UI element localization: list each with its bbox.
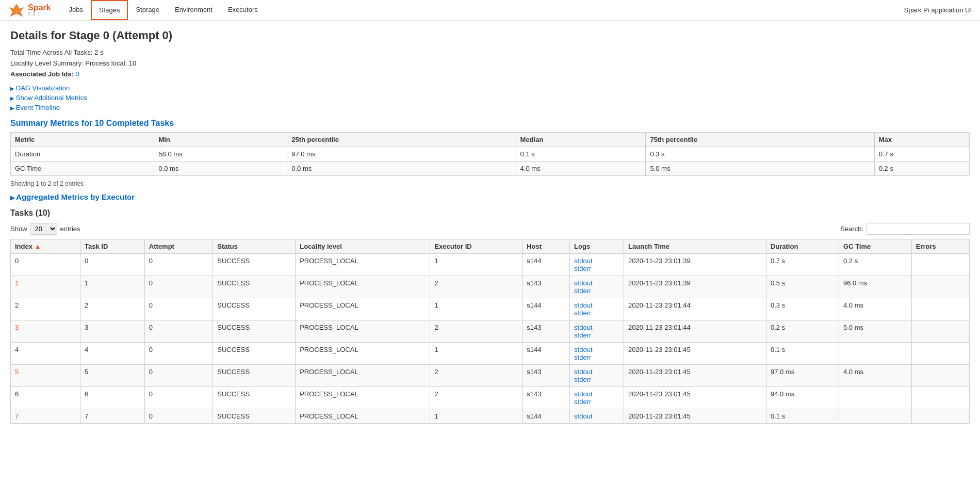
- table-cell: 1: [430, 254, 522, 276]
- locality: PROCESS_LOCAL: [300, 368, 358, 376]
- table-cell: 0: [144, 365, 213, 387]
- table-cell: s144: [522, 298, 570, 320]
- summary-header-row: MetricMin25th percentileMedian75th perce…: [11, 133, 970, 147]
- log-stdout-link[interactable]: stdout: [574, 301, 619, 309]
- search-box: Search:: [840, 223, 970, 235]
- summary-cell: 0.0 ms: [287, 162, 516, 176]
- nav-jobs[interactable]: Jobs: [61, 0, 90, 20]
- table-cell: stdoutstderr: [570, 276, 624, 298]
- table-row: 000SUCCESSPROCESS_LOCAL1s144stdoutstderr…: [11, 254, 970, 276]
- summary-cell: 5.0 ms: [646, 162, 874, 176]
- log-stdout-link[interactable]: stdout: [574, 390, 619, 398]
- log-stdout-link[interactable]: stdout: [574, 346, 619, 353]
- table-cell: 2020-11-23 23:01:45: [624, 387, 766, 409]
- navbar: Spark 3.0.1 Jobs Stages Storage Environm…: [0, 0, 980, 21]
- table-cell: stdoutstderr: [570, 254, 624, 276]
- tasks-col-launch-time[interactable]: Launch Time: [624, 239, 766, 254]
- tasks-col-attempt[interactable]: Attempt: [144, 239, 213, 254]
- log-stdout-link[interactable]: stdout: [574, 257, 619, 265]
- job-id-link[interactable]: 0: [75, 70, 79, 78]
- tasks-col-index[interactable]: Index ▲: [11, 239, 80, 254]
- nav-storage[interactable]: Storage: [128, 0, 167, 20]
- table-cell: 1: [430, 298, 522, 320]
- table-cell: SUCCESS: [213, 387, 296, 409]
- index-link[interactable]: 7: [15, 412, 76, 420]
- nav-environment[interactable]: Environment: [167, 0, 220, 20]
- duration: 0.3 s: [771, 301, 785, 309]
- search-input[interactable]: [867, 223, 970, 235]
- table-cell: 2020-11-23 23:01:39: [624, 276, 766, 298]
- table-cell: 2020-11-23 23:01:45: [624, 409, 766, 424]
- launch-time: 2020-11-23 23:01:44: [628, 324, 691, 331]
- index-link[interactable]: 1: [15, 279, 76, 287]
- tasks-col-locality-level[interactable]: Locality level: [296, 239, 430, 254]
- launch-time: 2020-11-23 23:01:44: [628, 301, 691, 309]
- log-stderr-link[interactable]: stderr: [574, 265, 619, 272]
- locality-summary: Locality Level Summary: Process local: 1…: [10, 59, 970, 67]
- tasks-col-status[interactable]: Status: [213, 239, 296, 254]
- table-cell: PROCESS_LOCAL: [296, 276, 430, 298]
- table-cell: [839, 343, 912, 365]
- table-cell: [839, 409, 912, 424]
- log-stderr-link[interactable]: stderr: [574, 287, 619, 295]
- table-cell: 0.3 s: [766, 298, 839, 320]
- entries-select[interactable]: 20 50 100: [30, 223, 57, 235]
- table-cell: 0.5 s: [766, 276, 839, 298]
- table-cell: 0: [144, 320, 213, 343]
- summary-table: MetricMin25th percentileMedian75th perce…: [10, 132, 970, 176]
- locality: PROCESS_LOCAL: [300, 301, 358, 309]
- tasks-header-row: Index ▲Task IDAttemptStatusLocality leve…: [11, 239, 970, 254]
- tasks-col-host[interactable]: Host: [522, 239, 570, 254]
- gc-time: 5.0 ms: [843, 324, 863, 331]
- log-stderr-link[interactable]: stderr: [574, 398, 619, 406]
- summary-row: GC Time0.0 ms0.0 ms4.0 ms5.0 ms0.2 s: [11, 162, 970, 176]
- index-link[interactable]: 3: [15, 324, 76, 331]
- tasks-col-executor-id[interactable]: Executor ID: [430, 239, 522, 254]
- log-stdout-link[interactable]: stdout: [574, 412, 619, 420]
- log-stderr-link[interactable]: stderr: [574, 331, 619, 339]
- duration: 0.1 s: [771, 412, 785, 420]
- log-stderr-link[interactable]: stderr: [574, 309, 619, 317]
- table-cell: PROCESS_LOCAL: [296, 409, 430, 424]
- nav-stages[interactable]: Stages: [91, 0, 128, 20]
- table-cell: PROCESS_LOCAL: [296, 343, 430, 365]
- table-cell: 0: [80, 254, 145, 276]
- log-stderr-link[interactable]: stderr: [574, 353, 619, 361]
- completed-tasks-label: 10 Completed Tasks: [95, 119, 174, 127]
- table-cell: s144: [522, 254, 570, 276]
- table-cell: 2020-11-23 23:01:39: [624, 254, 766, 276]
- log-stdout-link[interactable]: stdout: [574, 324, 619, 331]
- show-metrics-link[interactable]: Show Additional Metrics: [10, 94, 970, 102]
- entries-label: entries: [60, 225, 80, 233]
- table-cell: 0: [144, 276, 213, 298]
- table-cell: 4: [11, 343, 80, 365]
- index-link[interactable]: 5: [15, 368, 76, 376]
- log-stdout-link[interactable]: stdout: [574, 279, 619, 287]
- task-id: 0: [85, 257, 88, 265]
- summary-title-text: Summary Metrics for: [10, 119, 95, 127]
- tasks-col-errors[interactable]: Errors: [911, 239, 969, 254]
- table-cell: 2: [430, 387, 522, 409]
- table-row: 770SUCCESSPROCESS_LOCAL1s144stdout2020-1…: [11, 409, 970, 424]
- table-cell: s143: [522, 365, 570, 387]
- aggregated-metrics-link[interactable]: Aggregated Metrics by Executor: [10, 192, 970, 201]
- locality: PROCESS_LOCAL: [300, 412, 358, 420]
- dag-visualization-link[interactable]: DAG Visualization: [10, 84, 970, 92]
- tasks-col-gc-time[interactable]: GC Time: [839, 239, 912, 254]
- brand: Spark 3.0.1: [8, 3, 51, 18]
- locality: PROCESS_LOCAL: [300, 346, 358, 353]
- table-cell: 5: [11, 365, 80, 387]
- status: SUCCESS: [217, 368, 250, 376]
- log-stderr-link[interactable]: stderr: [574, 376, 619, 383]
- log-stdout-link[interactable]: stdout: [574, 368, 619, 376]
- event-timeline-link[interactable]: Event Timeline: [10, 104, 970, 111]
- locality: PROCESS_LOCAL: [300, 279, 358, 287]
- tasks-col-logs[interactable]: Logs: [570, 239, 624, 254]
- nav-executors[interactable]: Executors: [220, 0, 266, 20]
- tasks-col-duration[interactable]: Duration: [766, 239, 839, 254]
- tasks-col-task-id[interactable]: Task ID: [80, 239, 145, 254]
- table-cell: 5: [80, 365, 145, 387]
- tasks-table-body: 000SUCCESSPROCESS_LOCAL1s144stdoutstderr…: [11, 254, 970, 424]
- attempt: 0: [149, 324, 153, 331]
- table-cell: 0.2 s: [766, 320, 839, 343]
